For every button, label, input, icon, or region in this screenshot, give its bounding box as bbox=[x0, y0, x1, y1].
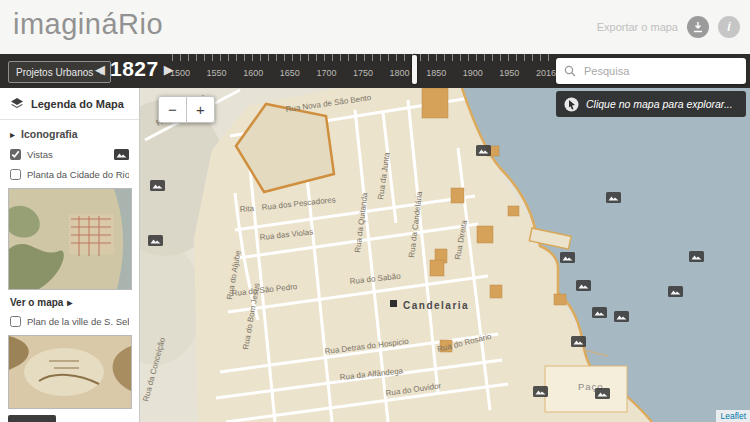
layer-item-label: Vistas bbox=[27, 149, 108, 160]
current-year: 1827 bbox=[108, 57, 161, 81]
layer-item-label: Planta da Cidade do Rio de J... bbox=[27, 169, 129, 180]
photo-marker[interactable] bbox=[148, 235, 163, 246]
photo-marker[interactable] bbox=[668, 286, 683, 297]
photo-marker[interactable] bbox=[571, 336, 586, 347]
photo-marker[interactable] bbox=[576, 280, 591, 291]
year-label[interactable]: 1500 bbox=[170, 68, 190, 78]
export-group: Exportar o mapa i bbox=[597, 16, 740, 38]
section-label: Iconografia bbox=[21, 128, 78, 140]
layer-item-plan-ville: Plan de la ville de S. Sebastiã... bbox=[0, 311, 139, 331]
year-label[interactable]: 1600 bbox=[243, 68, 263, 78]
place-label-candelaria: Candelaria bbox=[403, 300, 469, 311]
chevron-right-icon: ▸ bbox=[67, 297, 72, 308]
candelaria-marker-icon[interactable] bbox=[390, 300, 397, 307]
sidebar-partial-item[interactable] bbox=[8, 415, 56, 422]
export-map-label: Exportar o mapa bbox=[597, 21, 678, 33]
year-label[interactable]: 1850 bbox=[426, 68, 446, 78]
photo-marker[interactable] bbox=[150, 180, 165, 191]
year-label[interactable]: 2016 bbox=[536, 68, 556, 78]
explore-tooltip: Clique no mapa para explorar... bbox=[556, 91, 746, 117]
legend-header[interactable]: Legenda do Mapa bbox=[0, 88, 139, 120]
photo-icon bbox=[114, 149, 129, 160]
info-button[interactable]: i bbox=[718, 16, 740, 38]
photo-marker[interactable] bbox=[560, 252, 575, 263]
layer-item-planta: Planta da Cidade do Rio de J... bbox=[0, 164, 139, 184]
chevron-right-icon: ▸ bbox=[10, 129, 15, 140]
photo-marker[interactable] bbox=[689, 251, 704, 262]
year-label[interactable]: 1700 bbox=[316, 68, 336, 78]
explore-tooltip-text: Clique no mapa para explorar... bbox=[586, 98, 733, 110]
search-icon bbox=[564, 65, 576, 77]
plan-ville-checkbox[interactable] bbox=[10, 316, 21, 327]
app-window: Rua da Prainha Rua Nova de São Bento Rua… bbox=[0, 0, 750, 422]
download-icon bbox=[692, 21, 704, 33]
street-label: Rita bbox=[240, 204, 255, 214]
layer-item-vistas: Vistas bbox=[0, 144, 139, 164]
year-label[interactable]: 1950 bbox=[499, 68, 519, 78]
photo-marker[interactable] bbox=[614, 311, 629, 322]
legend-title: Legenda do Mapa bbox=[31, 98, 124, 110]
year-label[interactable]: 1650 bbox=[280, 68, 300, 78]
cursor-icon bbox=[564, 97, 579, 112]
layers-icon bbox=[10, 97, 24, 111]
year-label[interactable]: 1800 bbox=[390, 68, 410, 78]
layer-item-label: Plan de la ville de S. Sebastiã... bbox=[27, 316, 129, 327]
zoom-in-button[interactable]: + bbox=[187, 96, 215, 123]
year-label[interactable]: 1750 bbox=[353, 68, 373, 78]
prev-year-button[interactable]: ◀ bbox=[92, 58, 108, 81]
timeline-year-labels: 1500 1550 1600 1650 1700 1750 1800 1850 … bbox=[170, 68, 556, 78]
photo-marker[interactable] bbox=[595, 388, 610, 399]
photo-marker[interactable] bbox=[533, 386, 548, 397]
timeline-slider-handle[interactable] bbox=[412, 55, 417, 84]
timeline-ticks bbox=[172, 54, 556, 61]
map-thumbnail-plan-ville[interactable] bbox=[8, 335, 132, 409]
map-canvas[interactable]: Rua da Prainha Rua Nova de São Bento Rua… bbox=[140, 88, 750, 422]
header: imagináRio Exportar o mapa i bbox=[0, 0, 750, 54]
view-map-link[interactable]: Ver o mapa ▸ bbox=[0, 292, 139, 311]
year-label[interactable]: 1900 bbox=[463, 68, 483, 78]
projects-dropdown-label: Projetos Urbanos bbox=[16, 67, 93, 78]
download-button[interactable] bbox=[687, 16, 709, 38]
year-label[interactable]: 1550 bbox=[207, 68, 227, 78]
zoom-out-button[interactable]: − bbox=[158, 96, 187, 123]
photo-marker[interactable] bbox=[606, 192, 621, 203]
search-input[interactable] bbox=[582, 64, 738, 78]
photo-marker[interactable] bbox=[592, 307, 607, 318]
map-svg: Rua da Prainha Rua Nova de São Bento Rua… bbox=[140, 88, 750, 422]
app-logo: imagináRio bbox=[13, 8, 163, 41]
section-iconografia[interactable]: ▸ Iconografia bbox=[0, 120, 139, 144]
view-map-link-label: Ver o mapa bbox=[10, 297, 63, 308]
vistas-checkbox[interactable] bbox=[10, 149, 21, 160]
zoom-control: − + bbox=[158, 96, 215, 123]
year-navigator: ◀ 1827 ▶ bbox=[92, 57, 177, 81]
map-thumbnail-planta[interactable] bbox=[8, 188, 132, 290]
leaflet-attribution[interactable]: Leaflet bbox=[716, 410, 750, 422]
photo-marker[interactable] bbox=[476, 145, 491, 156]
search-box bbox=[556, 58, 746, 84]
planta-checkbox[interactable] bbox=[10, 169, 21, 180]
legend-panel: Legenda do Mapa ▸ Iconografia Vistas Pla… bbox=[0, 88, 140, 422]
